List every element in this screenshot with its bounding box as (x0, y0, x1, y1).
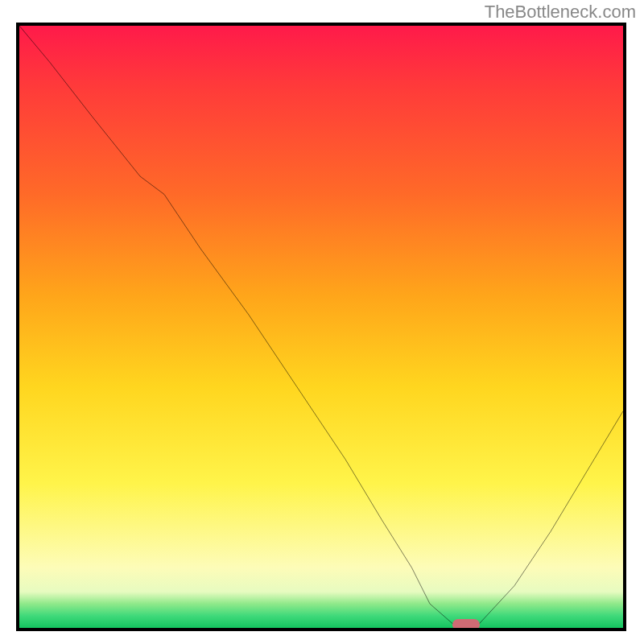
watermark-text: TheBottleneck.com (485, 2, 636, 23)
plot-frame (16, 23, 626, 631)
bottleneck-curve (19, 26, 623, 628)
optimal-point-marker (452, 619, 480, 630)
chart-container: TheBottleneck.com (0, 0, 644, 644)
